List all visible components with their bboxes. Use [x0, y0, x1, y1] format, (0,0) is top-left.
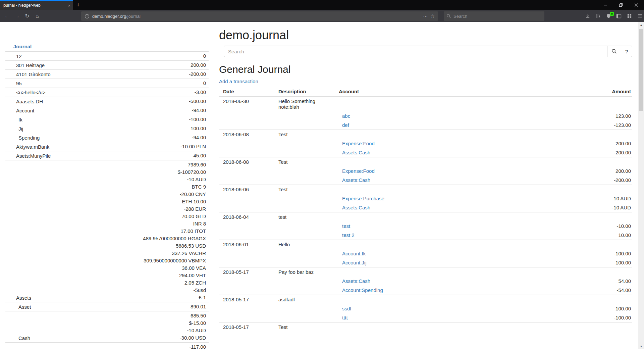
posting-account-link[interactable]: tttt — [342, 315, 348, 320]
sidebar-account-balances: 685.50$-15.00-10 AUD-30.00 USD — [180, 312, 206, 342]
toolbar-right-icons: 0 — [585, 10, 643, 22]
posting-account-link[interactable]: Assets:Cash — [342, 205, 370, 210]
url-path: /journal — [126, 14, 141, 19]
forward-icon[interactable]: → — [12, 10, 22, 22]
balance-amount: $-15.00 — [180, 319, 206, 327]
add-transaction-link[interactable]: Add a transaction — [219, 79, 258, 84]
help-button[interactable]: ? — [621, 46, 632, 57]
page-scrollbar[interactable]: ▲ ▼ — [638, 22, 644, 349]
posting-account-link[interactable]: Account:Jij — [342, 260, 367, 265]
posting-account-link[interactable]: Expense:Food — [342, 168, 375, 174]
menu-hamburger-icon[interactable] — [637, 13, 643, 19]
close-button[interactable] — [629, 0, 644, 10]
posting-account-link[interactable]: Account:Spending — [342, 287, 383, 293]
posting-account-cell: Expense:Food — [335, 166, 558, 176]
sidebar-account-link[interactable]: Spending — [5, 134, 40, 141]
new-tab-button[interactable]: + — [73, 0, 83, 10]
sidebar-journal-link[interactable]: Journal — [5, 44, 32, 51]
tab-close-icon[interactable]: × — [68, 3, 70, 8]
posting-account-link[interactable]: Assets:Cash — [342, 150, 370, 155]
posting-account-link[interactable]: ssdf — [342, 306, 352, 311]
posting-desc-spacer — [274, 258, 335, 267]
reload-icon[interactable]: ↻ — [22, 10, 32, 22]
sidebar-account-link[interactable]: Cash — [5, 335, 30, 342]
url-bar[interactable]: demo.hledger.org/journal ⋯ ☆ — [81, 11, 438, 21]
site-info-icon[interactable] — [85, 14, 90, 19]
posting-desc-spacer — [274, 176, 335, 185]
sidebar-account-row: Account-94.00 — [5, 106, 209, 115]
posting-account-link[interactable]: Account:Ik — [342, 251, 366, 256]
back-icon[interactable]: ← — [2, 10, 12, 22]
balance-amount: -94.00 — [192, 134, 206, 141]
transaction-description: asdfadf — [274, 295, 335, 304]
posting-account-link[interactable]: Assets:Cash — [342, 278, 370, 284]
home-icon[interactable]: ⌂ — [32, 10, 42, 22]
posting-date-spacer — [219, 221, 274, 231]
balance-amount: -10 AUD — [180, 327, 206, 334]
posting-date-spacer — [219, 166, 274, 176]
posting-amount: -123.00 — [558, 120, 632, 130]
sidebar-account-balances: -200.00 — [189, 70, 206, 78]
balance-amount: -500.00 — [189, 98, 206, 105]
sidebar-account-link[interactable]: Assets — [5, 294, 31, 301]
posting-amount: -100.00 — [558, 249, 632, 258]
scrollbar-thumb[interactable] — [639, 29, 643, 111]
library-icon[interactable] — [595, 13, 601, 19]
sidebar-account-link[interactable]: 12 — [5, 53, 22, 60]
sidebar-account-link[interactable]: 301 Beiträge — [5, 62, 45, 69]
posting-account-link[interactable]: Expense:Purchase — [342, 196, 384, 201]
sidebar-account-link[interactable]: 4101 Girokonto — [5, 71, 51, 78]
transaction-amount-spacer — [558, 96, 632, 111]
sidebar-account-link[interactable]: Asets:MunyPile — [5, 152, 51, 159]
posting-account-link[interactable]: test 2 — [342, 232, 355, 238]
sidebar-account-row: Aktywa:mBank-10.00 PLN — [5, 142, 209, 151]
sidebar-account-link[interactable]: Ik — [5, 116, 22, 123]
sidebar-account-link[interactable]: Asset — [5, 303, 31, 310]
sidebar-toggle-icon[interactable] — [616, 13, 622, 19]
posting-desc-spacer — [274, 277, 335, 286]
posting-account-link[interactable]: def — [342, 122, 349, 128]
sidebar-account-link[interactable]: Account — [5, 107, 34, 114]
page-actions-icon[interactable]: ⋯ — [423, 13, 428, 19]
balance-amount: -10.00 PLN — [180, 143, 206, 150]
apps-grid-icon[interactable] — [626, 13, 632, 19]
sidebar-account-link[interactable]: Jij — [5, 125, 23, 132]
browser-search-bar[interactable]: Search — [444, 11, 544, 21]
extension-shield-icon[interactable]: 0 — [605, 13, 611, 19]
posting-account-link[interactable]: Expense:Food — [342, 141, 375, 146]
balance-amount: -100.00 — [189, 116, 206, 123]
posting-row: def-123.00 — [219, 120, 632, 130]
transaction-row: 2018-05-17Pay foo bar baz — [219, 267, 632, 277]
posting-account-link[interactable]: Assets:Cash — [342, 177, 370, 183]
sidebar-account-link[interactable]: Aktywa:mBank — [5, 143, 49, 150]
posting-row: Assets:Cash-200.00 — [219, 148, 632, 157]
sidebar-account-row: 950 — [5, 79, 209, 88]
scrollbar-up-arrow[interactable]: ▲ — [638, 22, 644, 28]
posting-account-cell: tttt — [335, 313, 558, 322]
scrollbar-down-arrow[interactable]: ▼ — [638, 344, 644, 349]
search-submit-button[interactable] — [607, 46, 621, 57]
transaction-account-spacer — [335, 240, 558, 249]
transaction-amount-spacer — [558, 267, 632, 277]
balance-amount: -288 EUR — [143, 205, 206, 213]
posting-account-cell: Assets:Cash — [335, 148, 558, 157]
posting-account-link[interactable]: test — [342, 223, 350, 229]
bookmark-star-icon[interactable]: ☆ — [430, 13, 435, 19]
sidebar-account-link[interactable]: Aaasets:DH — [5, 98, 43, 105]
posting-row: Assets:Cash54.00 — [219, 277, 632, 286]
minimize-button[interactable] — [598, 0, 613, 10]
sidebar-account-link[interactable]: <u>hello</u> — [5, 89, 46, 96]
downloads-icon[interactable] — [585, 13, 591, 19]
search-input[interactable] — [224, 46, 607, 57]
restore-button[interactable] — [613, 0, 629, 10]
posting-account-link[interactable]: abc — [342, 113, 350, 119]
browser-toolbar: ← → ↻ ⌂ demo.hledger.org/journal ⋯ ☆ Sea… — [0, 10, 644, 22]
browser-tab[interactable]: journal - hledger-web × — [0, 0, 73, 10]
sidebar-account-list: 120301 Beiträge200.004101 Girokonto-200.… — [5, 51, 209, 349]
sidebar-account-balances: 100.00 — [191, 125, 206, 132]
posting-account-cell: Account:Spending — [335, 286, 558, 295]
col-header-amount: Amount — [558, 87, 632, 96]
transaction-amount-spacer — [558, 185, 632, 194]
sidebar-account-link[interactable]: 95 — [5, 80, 22, 87]
sidebar-account-row: 120 — [5, 51, 209, 60]
